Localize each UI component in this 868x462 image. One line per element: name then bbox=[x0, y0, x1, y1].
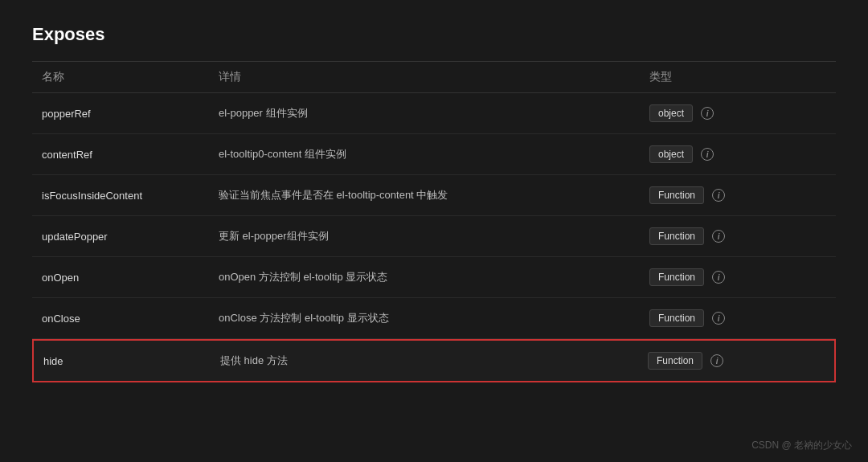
info-circle-icon: i bbox=[701, 148, 714, 161]
row-detail: el-tooltip0-content 组件实例 bbox=[219, 147, 649, 161]
type-badge: Function bbox=[649, 268, 704, 286]
row-name: contentRef bbox=[42, 149, 219, 161]
row-name: onOpen bbox=[42, 272, 219, 284]
info-circle-icon: i bbox=[712, 230, 725, 243]
row-name: onClose bbox=[42, 313, 219, 325]
header-type: 类型 bbox=[649, 70, 826, 84]
row-name: hide bbox=[43, 355, 220, 367]
header-detail: 详情 bbox=[219, 70, 649, 84]
info-circle-icon: i bbox=[712, 312, 725, 325]
info-icon[interactable]: i bbox=[712, 189, 725, 202]
table-row: isFocusInsideContent验证当前焦点事件是否在 el-toolt… bbox=[32, 175, 836, 216]
row-type: Functioni bbox=[649, 309, 826, 327]
row-type: objecti bbox=[649, 145, 826, 163]
table-row: contentRefel-tooltip0-content 组件实例object… bbox=[32, 134, 836, 175]
type-badge: Function bbox=[648, 352, 702, 370]
type-badge: object bbox=[649, 104, 693, 122]
info-icon[interactable]: i bbox=[710, 354, 723, 367]
info-icon[interactable]: i bbox=[701, 107, 714, 120]
info-circle-icon: i bbox=[710, 354, 723, 367]
row-name: isFocusInsideContent bbox=[42, 190, 219, 202]
main-container: Exposes 名称 详情 类型 popperRefel-popper 组件实例… bbox=[0, 0, 868, 399]
info-circle-icon: i bbox=[712, 271, 725, 284]
row-type: Functioni bbox=[649, 268, 826, 286]
row-detail: 验证当前焦点事件是否在 el-tooltip-content 中触发 bbox=[219, 188, 649, 202]
row-detail: el-popper 组件实例 bbox=[219, 106, 649, 121]
row-detail: 提供 hide 方法 bbox=[220, 354, 648, 368]
table-row: onCloseonClose 方法控制 el-tooltip 显示状态Funct… bbox=[32, 298, 836, 339]
row-detail: onClose 方法控制 el-tooltip 显示状态 bbox=[219, 311, 649, 325]
row-type: Functioni bbox=[648, 352, 825, 370]
row-name: popperRef bbox=[42, 108, 219, 120]
table-row: onOpenonOpen 方法控制 el-tooltip 显示状态Functio… bbox=[32, 257, 836, 298]
info-icon[interactable]: i bbox=[712, 271, 725, 284]
exposes-table: 名称 详情 类型 popperRefel-popper 组件实例objectic… bbox=[32, 61, 836, 382]
info-circle-icon: i bbox=[701, 107, 714, 120]
table-row: popperRefel-popper 组件实例objecti bbox=[32, 93, 836, 134]
info-circle-icon: i bbox=[712, 189, 725, 202]
type-badge: Function bbox=[649, 186, 704, 204]
info-icon[interactable]: i bbox=[701, 148, 714, 161]
type-badge: object bbox=[649, 145, 693, 163]
row-type: objecti bbox=[649, 104, 826, 122]
type-badge: Function bbox=[649, 227, 704, 245]
table-body: popperRefel-popper 组件实例objecticontentRef… bbox=[32, 93, 836, 382]
row-type: Functioni bbox=[649, 227, 826, 245]
table-row: hide提供 hide 方法Functioni bbox=[32, 339, 836, 382]
type-badge: Function bbox=[649, 309, 704, 327]
info-icon[interactable]: i bbox=[712, 312, 725, 325]
watermark: CSDN @ 老衲的少女心 bbox=[751, 439, 852, 452]
row-type: Functioni bbox=[649, 186, 826, 204]
table-header: 名称 详情 类型 bbox=[32, 62, 836, 93]
header-name: 名称 bbox=[42, 70, 219, 84]
row-name: updatePopper bbox=[42, 231, 219, 243]
row-detail: onOpen 方法控制 el-tooltip 显示状态 bbox=[219, 270, 649, 284]
row-detail: 更新 el-popper组件实例 bbox=[219, 229, 649, 243]
table-row: updatePopper更新 el-popper组件实例Functioni bbox=[32, 216, 836, 257]
section-title: Exposes bbox=[32, 24, 836, 45]
info-icon[interactable]: i bbox=[712, 230, 725, 243]
